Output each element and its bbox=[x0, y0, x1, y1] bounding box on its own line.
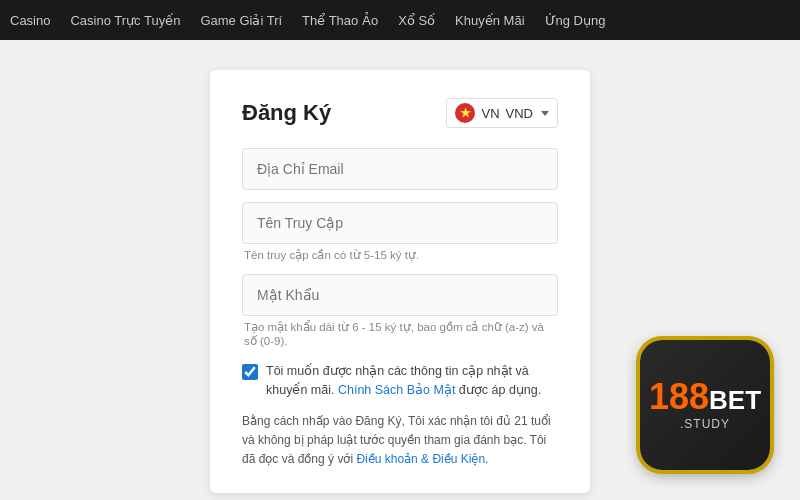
email-field-group bbox=[242, 148, 558, 190]
lang-currency-selector[interactable]: ★ VN VND bbox=[446, 98, 558, 128]
username-field-group: Tên truy cập cần có từ 5-15 ký tự. bbox=[242, 202, 558, 262]
188bet-logo-badge: 188BET .STUDY bbox=[640, 340, 770, 470]
logo-inner: 188BET .STUDY bbox=[649, 379, 761, 431]
terms-end: . bbox=[485, 452, 488, 466]
privacy-policy-link[interactable]: Chính Sách Bảo Mật bbox=[338, 383, 455, 397]
email-input[interactable] bbox=[242, 148, 558, 190]
username-input[interactable] bbox=[242, 202, 558, 244]
page-content: Đăng Ký ★ VN VND Tên truy cập cần có từ … bbox=[0, 40, 800, 500]
terms-link[interactable]: Điều khoản & Điều Kiện bbox=[356, 452, 485, 466]
currency-label: VND bbox=[506, 106, 533, 121]
newsletter-checkbox[interactable] bbox=[242, 364, 258, 380]
logo-bet: BET bbox=[709, 385, 761, 415]
form-title: Đăng Ký bbox=[242, 100, 331, 126]
password-hint: Tạo mật khẩu dài từ 6 - 15 ký tự, bao gồ… bbox=[244, 320, 558, 348]
logo-study: .STUDY bbox=[649, 417, 761, 431]
nav-xo-so[interactable]: Xổ Số bbox=[398, 13, 435, 28]
nav-casino-truc-tuyen[interactable]: Casino Trực Tuyến bbox=[70, 13, 180, 28]
logo-188bet: 188BET bbox=[649, 379, 761, 415]
nav-game-giai-tri[interactable]: Game Giải Trí bbox=[200, 13, 282, 28]
nav-ung-dung[interactable]: Ứng Dụng bbox=[545, 13, 606, 28]
nav-the-thao-ao[interactable]: Thể Thao Ảo bbox=[302, 13, 378, 28]
vn-flag-icon: ★ bbox=[455, 103, 475, 123]
password-input[interactable] bbox=[242, 274, 558, 316]
username-hint: Tên truy cập cần có từ 5-15 ký tự. bbox=[244, 248, 558, 262]
form-header: Đăng Ký ★ VN VND bbox=[242, 98, 558, 128]
main-nav: Casino Casino Trực Tuyến Game Giải Trí T… bbox=[0, 0, 800, 40]
logo-number: 188 bbox=[649, 376, 709, 417]
checkbox-suffix: được áp dụng. bbox=[455, 383, 541, 397]
nav-casino[interactable]: Casino bbox=[10, 13, 50, 28]
register-form-card: Đăng Ký ★ VN VND Tên truy cập cần có từ … bbox=[210, 70, 590, 493]
newsletter-checkbox-row: Tôi muốn được nhận các thông tin cập nhậ… bbox=[242, 362, 558, 400]
lang-label: VN bbox=[481, 106, 499, 121]
nav-khuyen-mai[interactable]: Khuyến Mãi bbox=[455, 13, 524, 28]
chevron-down-icon bbox=[541, 111, 549, 116]
password-field-group: Tạo mật khẩu dài từ 6 - 15 ký tự, bao gồ… bbox=[242, 274, 558, 348]
newsletter-label: Tôi muốn được nhận các thông tin cập nhậ… bbox=[266, 362, 558, 400]
terms-section: Bằng cách nhấp vào Đăng Ký, Tôi xác nhận… bbox=[242, 412, 558, 470]
